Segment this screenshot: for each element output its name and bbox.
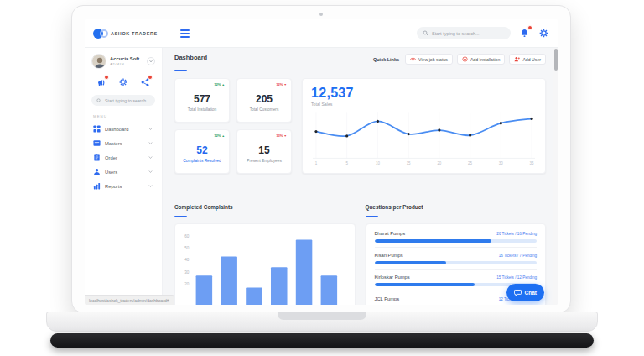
svg-text:15: 15 bbox=[407, 161, 411, 165]
stat-value: 577 bbox=[194, 94, 210, 105]
user-name: Accucia Soft bbox=[110, 56, 143, 61]
settings-button[interactable] bbox=[538, 28, 549, 39]
page-header: Dashboard Quick Links View job status Ad… bbox=[174, 54, 546, 71]
sidebar-menu-item[interactable]: Order bbox=[91, 150, 155, 165]
svg-text:25: 25 bbox=[468, 161, 472, 165]
topbar-search-placeholder: Start typing to search... bbox=[432, 31, 480, 36]
svg-text:10: 10 bbox=[376, 161, 380, 165]
dashboard-icon bbox=[93, 125, 101, 133]
product-row: Bharat Pumps 26 Tickets / 16 Pending bbox=[375, 226, 538, 248]
stat-card: 12% 577 Total Installation bbox=[174, 78, 230, 123]
product-row: Kisan Pumps 16 Tickets / 7 Pending bbox=[375, 248, 538, 270]
svg-text:35: 35 bbox=[530, 161, 534, 165]
users-icon bbox=[93, 168, 101, 175]
sidebar: Accucia Soft ADMIN bbox=[85, 48, 163, 305]
stat-value: 52 bbox=[196, 145, 207, 156]
stat-label: Total Installation bbox=[188, 107, 216, 112]
avatar bbox=[91, 54, 106, 69]
svg-text:1: 1 bbox=[315, 161, 318, 165]
product-name: Kisan Pumps bbox=[375, 253, 403, 258]
brand-logo[interactable]: ASHOK TRADERS bbox=[93, 29, 174, 39]
topbar-search-input[interactable]: Start typing to search... bbox=[417, 27, 511, 39]
brand-name: ASHOK TRADERS bbox=[111, 31, 158, 36]
product-name: Kirloskar Pumps bbox=[375, 275, 410, 280]
hamburger-menu-icon[interactable] bbox=[180, 29, 190, 38]
progress-fill bbox=[375, 261, 446, 264]
gear-icon bbox=[119, 78, 127, 86]
quick-action-button[interactable]: Add User bbox=[509, 54, 546, 65]
total-sales-card: 12,537 Total Sales 15101520253035 bbox=[302, 78, 546, 174]
progress-fill bbox=[375, 283, 475, 286]
masters-icon bbox=[93, 139, 101, 147]
stat-value: 205 bbox=[256, 94, 273, 105]
sidebar-messages-button[interactable] bbox=[96, 77, 106, 87]
total-sales-value: 12,537 bbox=[311, 86, 537, 101]
stat-trend-badge: 13% bbox=[276, 134, 287, 138]
menu-section-label: MENU bbox=[93, 114, 155, 118]
gear-icon bbox=[539, 29, 548, 38]
profile-expand-button[interactable] bbox=[147, 57, 155, 65]
stat-trend-badge: 12% bbox=[276, 82, 287, 86]
bell-icon bbox=[520, 29, 529, 38]
webcam-dot bbox=[319, 13, 323, 16]
stat-label: Present Employees bbox=[247, 159, 282, 163]
scrollbar[interactable] bbox=[553, 48, 558, 305]
stat-label: Total Customers bbox=[250, 107, 279, 112]
main-content: Dashboard Quick Links View job status Ad… bbox=[163, 48, 558, 305]
products-title: Questions per Product bbox=[366, 204, 423, 210]
svg-text:5: 5 bbox=[345, 161, 348, 165]
quick-action-button[interactable]: View job status bbox=[405, 54, 453, 65]
sidebar-menu-item[interactable]: Users bbox=[91, 165, 155, 179]
sidebar-menu-item[interactable]: Reports bbox=[91, 179, 155, 193]
sidebar-settings-button[interactable] bbox=[118, 77, 128, 87]
sidebar-share-button[interactable] bbox=[140, 77, 150, 87]
stat-card: 12% 205 Total Customers bbox=[236, 78, 292, 123]
scrollbar-thumb[interactable] bbox=[554, 49, 558, 71]
quick-links-label: Quick Links bbox=[373, 57, 399, 62]
share-badge bbox=[148, 75, 153, 80]
dashboard-app: ASHOK TRADERS Start typing to search... bbox=[85, 19, 558, 305]
product-ticket-status: 26 Tickets / 16 Pending bbox=[496, 232, 537, 236]
messages-badge bbox=[104, 75, 109, 80]
complaints-title: Completed Complaints bbox=[174, 204, 233, 210]
svg-text:40: 40 bbox=[184, 258, 190, 262]
svg-text:50: 50 bbox=[184, 246, 190, 250]
user-profile[interactable]: Accucia Soft ADMIN bbox=[91, 54, 155, 69]
product-name: JCL Pumps bbox=[375, 296, 400, 301]
stat-trend-badge: 12% bbox=[214, 82, 225, 86]
stat-value: 15 bbox=[258, 145, 269, 156]
notifications-button[interactable] bbox=[519, 28, 530, 39]
chevron-down-icon bbox=[148, 126, 153, 132]
svg-text:20: 20 bbox=[437, 161, 441, 165]
product-name: Bharat Pumps bbox=[375, 231, 406, 236]
order-icon bbox=[93, 154, 101, 161]
complaints-bar-chart: 6050403020 bbox=[177, 229, 350, 305]
svg-text:30: 30 bbox=[184, 270, 190, 275]
chevron-down-icon bbox=[148, 140, 153, 146]
svg-text:30: 30 bbox=[499, 161, 503, 165]
sidebar-search-input[interactable]: Start typing to search... bbox=[91, 95, 155, 106]
quick-action-button[interactable]: Add Installation bbox=[457, 54, 505, 65]
reports-icon bbox=[93, 182, 101, 190]
product-ticket-status: 15 Tickets / 12 Pending bbox=[496, 275, 537, 280]
chat-button[interactable]: Chat bbox=[506, 284, 544, 301]
user-plus-icon bbox=[514, 56, 520, 62]
notification-badge bbox=[527, 25, 532, 30]
logo-icon bbox=[93, 29, 106, 39]
laptop-screen: ASHOK TRADERS Start typing to search... bbox=[71, 5, 571, 313]
stat-trend-badge: 12% bbox=[214, 134, 225, 138]
stat-label: Complaints Resolved bbox=[183, 159, 221, 163]
sidebar-menu-item[interactable]: Masters bbox=[91, 136, 155, 150]
stats-grid: 12% 577 Total Installation 12% 205 Total… bbox=[174, 78, 292, 174]
chevron-down-icon bbox=[148, 154, 153, 160]
eye-icon bbox=[410, 56, 416, 62]
chevron-down-icon bbox=[148, 169, 153, 175]
plus-circle-icon bbox=[462, 56, 468, 62]
sidebar-menu-item[interactable]: Dashboard bbox=[91, 122, 155, 136]
progress-bar bbox=[375, 261, 538, 264]
user-role: ADMIN bbox=[110, 62, 143, 66]
status-url: localhost/ashok_traders/admin/dashboard# bbox=[89, 298, 169, 303]
laptop-foot-bar bbox=[50, 333, 594, 348]
chevron-down-icon bbox=[148, 183, 153, 189]
progress-bar bbox=[375, 239, 538, 243]
